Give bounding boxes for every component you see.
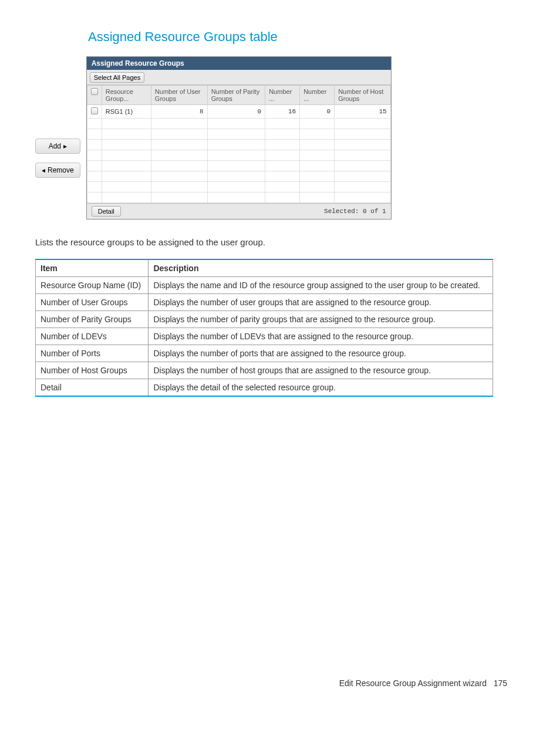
table-row	[87, 182, 390, 193]
detail-button[interactable]: Detail	[92, 206, 121, 217]
info-header-desc: Description	[149, 259, 493, 277]
table-row	[87, 193, 390, 203]
chevron-right-icon: ▸	[63, 142, 67, 150]
table-row[interactable]: RSG1 (1) 8 0 16 0 15	[87, 105, 390, 119]
page-title: Assigned Resource Groups table	[88, 29, 525, 45]
cell-user-groups: 8	[151, 105, 207, 119]
info-desc: Displays the number of parity groups tha…	[149, 311, 493, 328]
info-item: Resource Group Name (ID)	[36, 277, 149, 294]
cell-name: RSG1 (1)	[102, 105, 151, 119]
info-row: Resource Group Name (ID)Displays the nam…	[36, 277, 493, 294]
panel-toolbar: Select All Pages	[87, 70, 391, 85]
add-label: Add	[49, 142, 61, 150]
info-desc: Displays the number of host groups that …	[149, 362, 493, 379]
header-checkbox[interactable]	[91, 88, 98, 95]
table-row	[87, 119, 390, 129]
info-item: Number of Host Groups	[36, 362, 149, 379]
resource-groups-grid: Resource Group... Number of User Groups …	[87, 85, 391, 203]
cell-col5: 0	[300, 105, 335, 119]
selected-count: Selected: 0 of 1	[324, 208, 386, 215]
row-checkbox[interactable]	[91, 107, 98, 114]
chevron-left-icon: ◂	[42, 166, 45, 174]
info-header-item: Item	[36, 259, 149, 277]
info-item: Number of User Groups	[36, 294, 149, 311]
panel-header: Assigned Resource Groups	[87, 57, 391, 70]
table-row	[87, 171, 390, 182]
col-parity-groups: Number of Parity Groups	[207, 86, 265, 105]
info-row: Number of PortsDisplays the number of po…	[36, 345, 493, 362]
cell-host-groups: 15	[335, 105, 391, 119]
info-row: Number of Parity GroupsDisplays the numb…	[36, 311, 493, 328]
panel-footer: Detail Selected: 0 of 1	[87, 203, 391, 219]
info-desc: Displays the detail of the selected reso…	[149, 379, 493, 397]
info-item: Number of Ports	[36, 345, 149, 362]
info-row: Number of LDEVsDisplays the number of LD…	[36, 328, 493, 345]
info-item: Number of Parity Groups	[36, 311, 149, 328]
info-row: Number of User GroupsDisplays the number…	[36, 294, 493, 311]
info-item: Detail	[36, 379, 149, 397]
page-footer: Edit Resource Group Assignment wizard 17…	[35, 679, 525, 688]
col-user-groups: Number of User Groups	[151, 86, 207, 105]
remove-label: Remove	[48, 166, 74, 174]
table-row	[87, 129, 390, 140]
info-desc: Displays the name and ID of the resource…	[149, 277, 493, 294]
footer-text: Edit Resource Group Assignment wizard	[339, 679, 487, 688]
assigned-resource-groups-panel: Assigned Resource Groups Select All Page…	[86, 56, 392, 220]
info-desc: Displays the number of user groups that …	[149, 294, 493, 311]
col-resource-group: Resource Group...	[102, 86, 151, 105]
cell-parity-groups: 0	[207, 105, 265, 119]
info-desc: Displays the number of LDEVs that are as…	[149, 328, 493, 345]
table-row	[87, 161, 390, 171]
col-number-1: Number ...	[265, 86, 300, 105]
remove-button[interactable]: ◂ Remove	[35, 163, 80, 178]
col-number-2: Number ...	[300, 86, 335, 105]
header-checkbox-cell	[87, 86, 102, 105]
item-description-table: Item Description Resource Group Name (ID…	[35, 259, 493, 397]
add-button[interactable]: Add ▸	[35, 139, 80, 154]
info-row: DetailDisplays the detail of the selecte…	[36, 379, 493, 397]
info-item: Number of LDEVs	[36, 328, 149, 345]
col-host-groups: Number of Host Groups	[335, 86, 391, 105]
description-text: Lists the resource groups to be assigned…	[35, 237, 525, 247]
cell-col4: 16	[265, 105, 300, 119]
info-row: Number of Host GroupsDisplays the number…	[36, 362, 493, 379]
select-all-pages-button[interactable]: Select All Pages	[90, 72, 145, 83]
table-row	[87, 140, 390, 150]
info-desc: Displays the number of ports that are as…	[149, 345, 493, 362]
page-number: 175	[494, 679, 507, 688]
table-row	[87, 150, 390, 161]
